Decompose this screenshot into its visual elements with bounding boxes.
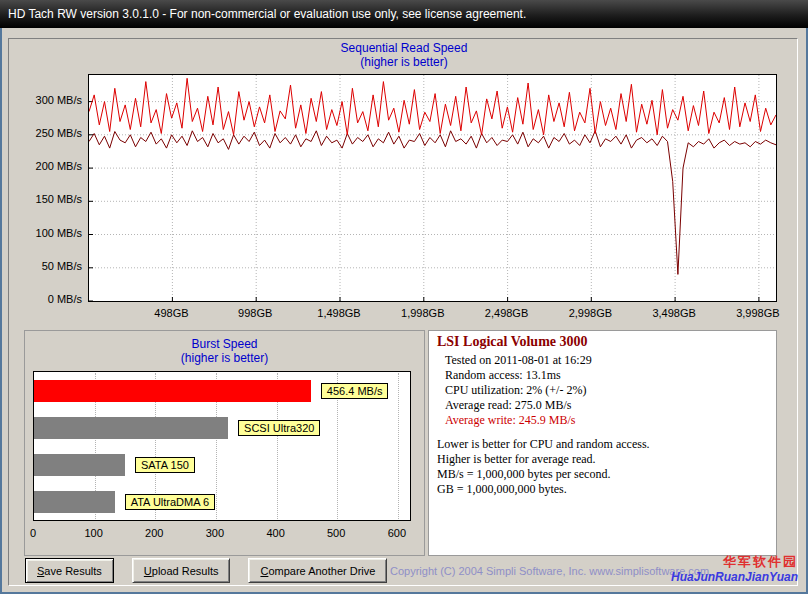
note-line: MB/s = 1,000,000 bytes per second.: [437, 467, 650, 482]
x-axis-tick-label: 3,998GB: [726, 307, 790, 319]
y-axis-tick-label: 50 MB/s: [20, 260, 82, 272]
drive-info-panel: LSI Logical Volume 3000 Tested on 2011-0…: [428, 330, 777, 556]
watermark-line2: HuaJunRuanJianYuan: [671, 570, 798, 584]
watermark-line1: 华军软件园: [671, 554, 798, 570]
watermark: 华军软件园 HuaJunRuanJianYuan: [671, 554, 798, 584]
sequential-chart-subtitle: (higher is better): [0, 55, 808, 69]
burst-chart-subtitle: (higher is better): [25, 351, 424, 365]
sequential-chart-title: Sequential Read Speed: [0, 41, 808, 55]
sequential-chart-canvas: [89, 75, 776, 301]
note-line: Higher is better for average read.: [437, 452, 650, 467]
compare-another-drive-button[interactable]: Compare Another Drive: [248, 558, 387, 583]
sequential-read-line: [89, 78, 776, 135]
stat-line: Random access: 13.1ms: [445, 368, 592, 383]
stat-line: Tested on 2011-08-01 at 16:29: [445, 353, 592, 368]
save-results-button[interactable]: Save Results: [25, 558, 114, 583]
burst-bar: [34, 491, 115, 513]
y-axis-tick-label: 250 MB/s: [20, 127, 82, 139]
copyright-text: Copyright (C) 2004 Simpli Software, Inc.…: [390, 565, 709, 577]
x-axis-tick-label: 1,998GB: [391, 307, 455, 319]
title-bar[interactable]: HD Tach RW version 3.0.1.0 - For non-com…: [0, 0, 808, 28]
accesskey-letter: S: [37, 565, 44, 577]
bar-label: 456.4 MB/s: [321, 383, 389, 399]
burst-speed-panel: Burst Speed (higher is better) 456.4 MB/…: [24, 330, 425, 556]
burst-gridline: [398, 373, 399, 519]
accesskey-letter: U: [144, 565, 152, 577]
y-axis-tick-label: 300 MB/s: [20, 94, 82, 106]
info-notes: Lower is better for CPU and random acces…: [437, 437, 650, 497]
upload-results-button[interactable]: Upload Results: [132, 558, 231, 583]
note-line: Lower is better for CPU and random acces…: [437, 437, 650, 452]
burst-tick-label: 500: [321, 527, 351, 539]
x-axis-tick-label: 2,498GB: [475, 307, 539, 319]
burst-bar: [34, 380, 311, 402]
x-axis-tick-label: 3,498GB: [642, 307, 706, 319]
burst-tick-label: 0: [18, 527, 48, 539]
x-axis-tick-label: 1,498GB: [307, 307, 371, 319]
burst-tick-label: 400: [261, 527, 291, 539]
stat-line: Average read: 275.0 MB/s: [445, 398, 592, 413]
burst-tick-label: 100: [79, 527, 109, 539]
sequential-write-line: [89, 131, 776, 275]
stat-line: Average write: 245.9 MB/s: [445, 413, 592, 428]
bar-label: SATA 150: [135, 457, 195, 473]
drive-stats: Tested on 2011-08-01 at 16:29Random acce…: [445, 353, 592, 428]
hd-tach-window: HD Tach RW version 3.0.1.0 - For non-com…: [0, 0, 808, 594]
burst-bar: [34, 454, 125, 476]
burst-chart-title: Burst Speed: [25, 337, 424, 351]
y-axis-tick-label: 0 MB/s: [20, 293, 82, 305]
stat-line: CPU utilization: 2% (+/- 2%): [445, 383, 592, 398]
drive-name: LSI Logical Volume 3000: [437, 334, 588, 350]
y-axis-tick-label: 200 MB/s: [20, 160, 82, 172]
x-axis-tick-label: 998GB: [223, 307, 287, 319]
y-axis-tick-label: 100 MB/s: [20, 227, 82, 239]
bar-label: ATA UltraDMA 6: [125, 494, 215, 510]
window-title: HD Tach RW version 3.0.1.0 - For non-com…: [8, 7, 526, 21]
x-axis-tick-label: 2,998GB: [558, 307, 622, 319]
burst-tick-label: 600: [382, 527, 412, 539]
burst-bar: [34, 417, 228, 439]
note-line: GB = 1,000,000,000 bytes.: [437, 482, 650, 497]
bar-label: SCSI Ultra320: [238, 420, 320, 436]
burst-tick-label: 300: [200, 527, 230, 539]
y-axis-tick-label: 150 MB/s: [20, 193, 82, 205]
burst-speed-chart: 456.4 MB/sSCSI Ultra320SATA 150ATA Ultra…: [33, 371, 411, 521]
sequential-read-chart: [88, 74, 777, 302]
accesskey-letter: C: [260, 565, 268, 577]
burst-tick-label: 200: [139, 527, 169, 539]
button-row: Save ResultsUpload ResultsCompare Anothe…: [25, 558, 405, 583]
x-axis-tick-label: 498GB: [139, 307, 203, 319]
